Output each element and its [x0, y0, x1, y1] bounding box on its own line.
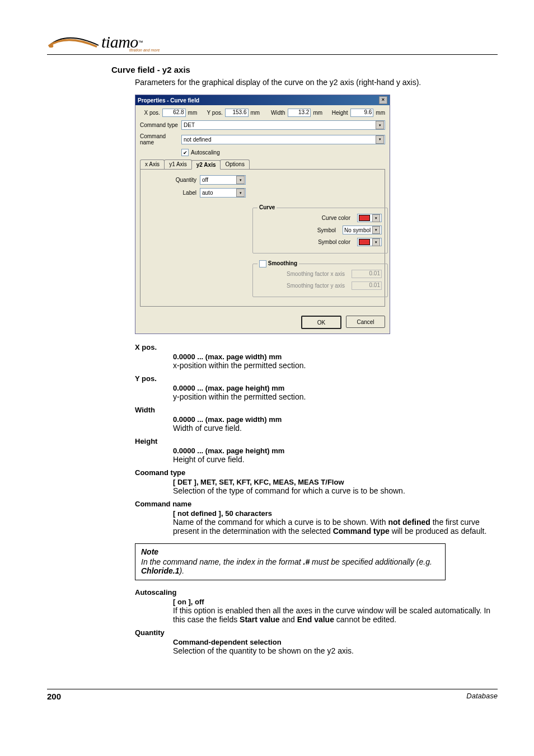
autoscaling-checkbox[interactable]: ✔	[181, 149, 189, 156]
tabs: x Axis y1 Axis y2 Axis Options	[140, 159, 385, 169]
xpos-label: X pos.	[140, 110, 160, 116]
symbol-select[interactable]: No symbol ▾	[343, 226, 382, 234]
page-footer: 200 Database	[47, 689, 498, 701]
height-range: 0.0000 ... (max. page height) mm	[173, 447, 498, 455]
height-label: Height	[325, 110, 348, 116]
cmdtype-range: [ DET ], MET, SET, KFT, KFC, MEAS, MEAS …	[173, 478, 498, 486]
ypos-unit: mm	[251, 110, 260, 116]
cmdname-range: [ not defined ], 50 characters	[173, 509, 498, 518]
symbol-label: Symbol	[259, 227, 338, 233]
tab-y2-axis[interactable]: y2 Axis	[191, 160, 221, 170]
definitions-2: Autoscaling [ on ], off If this option i…	[135, 588, 498, 655]
cmdname-desc: Name of the command for which a curve is…	[173, 518, 498, 536]
label-value: auto	[202, 190, 213, 196]
swoosh-icon	[47, 31, 100, 53]
tab-x-axis[interactable]: x Axis	[140, 159, 165, 169]
width-input[interactable]: 13.2	[288, 109, 311, 117]
ok-button[interactable]: OK	[301, 316, 341, 329]
quantity-label: Quantity	[146, 177, 196, 183]
chevron-down-icon: ▾	[372, 238, 380, 246]
quantity-select[interactable]: off ▾	[200, 175, 246, 185]
logo-tm: ™	[138, 40, 143, 45]
cmdtype-desc: Selection of the type of command for whi…	[173, 486, 498, 495]
ypos-label: Y pos.	[199, 110, 222, 116]
width-desc: Width of curve field.	[173, 424, 498, 433]
dialog-titlebar: Properties - Curve field ×	[135, 95, 390, 105]
xpos-input[interactable]: 62.8	[162, 109, 186, 117]
note-box: Note In the command name, the index in t…	[135, 543, 446, 580]
logo-subtitle: titration and more	[129, 48, 160, 52]
symbol-color-label: Symbol color	[259, 239, 353, 245]
tab-y1-axis[interactable]: y1 Axis	[164, 159, 192, 169]
autoscaling-desc: If this option is enabled then all the a…	[173, 606, 498, 624]
smoothing-legend: Smoothing	[257, 260, 299, 267]
cmdname-label: Command name	[140, 133, 179, 145]
smooth-x-label: Smoothing factor x axis	[259, 271, 347, 277]
symbol-value: No symbol	[344, 227, 371, 233]
smooth-y-label: Smoothing factor y axis	[259, 283, 347, 289]
smoothing-checkbox[interactable]	[259, 260, 266, 267]
chevron-down-icon: ▾	[376, 121, 384, 129]
section-para: Parameters for the graphical display of …	[135, 78, 498, 87]
xpos-range: 0.0000 ... (max. page width) mm	[173, 353, 498, 361]
curve-color-select[interactable]: ▾	[357, 214, 382, 222]
height-desc: Height of curve field.	[173, 455, 498, 464]
curve-group: Curve Curve color ▾ Symbol No symbol ▾	[252, 208, 388, 253]
footer-section: Database	[466, 692, 498, 701]
cmdtype-select[interactable]: DET ▾	[181, 120, 385, 130]
symbol-color-select[interactable]: ▾	[357, 238, 382, 246]
label-select[interactable]: auto ▾	[200, 188, 246, 198]
smooth-y-input: 0.01	[352, 281, 382, 290]
chevron-down-icon: ▾	[372, 226, 380, 234]
dialog-title: Properties - Curve field	[138, 97, 199, 104]
curve-legend: Curve	[257, 204, 277, 210]
quantity-term: Quantity	[135, 628, 498, 637]
xpos-term: X pos.	[135, 343, 498, 351]
xpos-unit: mm	[188, 110, 198, 116]
xpos-desc: x-position within the permitted section.	[173, 361, 498, 370]
width-unit: mm	[313, 110, 322, 116]
cmdname-value: not defined	[184, 137, 212, 143]
autoscaling-term: Autoscaling	[135, 588, 498, 597]
cancel-button[interactable]: Cancel	[346, 316, 385, 328]
cmdtype-term: Coomand type	[135, 468, 498, 477]
definitions: X pos. 0.0000 ... (max. page width) mm x…	[135, 343, 498, 536]
ypos-input[interactable]: 153.6	[225, 109, 249, 117]
cmdtype-label: Command type	[140, 122, 179, 128]
logo: tiamo™ titration and more	[47, 31, 160, 53]
height-term: Height	[135, 437, 498, 445]
smoothing-group: Smoothing Smoothing factor x axis 0.01 S…	[252, 264, 388, 297]
width-range: 0.0000 ... (max. page width) mm	[173, 415, 498, 424]
ypos-desc: y-position within the permitted section.	[173, 392, 498, 401]
note-title: Note	[141, 547, 439, 556]
curve-color-label: Curve color	[259, 215, 353, 221]
page-number: 200	[47, 692, 61, 701]
close-icon[interactable]: ×	[379, 96, 387, 104]
tab-options[interactable]: Options	[220, 159, 249, 169]
height-input[interactable]: 9.6	[350, 109, 374, 117]
width-label: Width	[262, 110, 285, 116]
smoothing-label: Smoothing	[268, 260, 297, 266]
label-label: Label	[146, 190, 196, 196]
tab-panel: Quantity off ▾ Label auto ▾ Curve Curve …	[140, 169, 385, 307]
ypos-term: Y pos.	[135, 374, 498, 383]
properties-dialog: Properties - Curve field × X pos. 62.8 m…	[135, 95, 390, 334]
ypos-range: 0.0000 ... (max. page height) mm	[173, 384, 498, 392]
note-body: In the command name, the index in the fo…	[141, 557, 439, 575]
cmdtype-value: DET	[184, 122, 195, 128]
section-title: Curve field - y2 axis	[111, 65, 498, 74]
autoscaling-label: Autoscaling	[191, 149, 220, 156]
autoscaling-range: [ on ], off	[173, 598, 498, 606]
symbol-color-swatch	[359, 239, 370, 245]
cmdname-select[interactable]: not defined ▾	[181, 135, 385, 144]
chevron-down-icon: ▾	[236, 189, 245, 197]
smooth-x-input: 0.01	[352, 270, 382, 278]
width-term: Width	[135, 406, 498, 414]
svg-point-0	[49, 44, 53, 48]
quantity-range: Command-dependent selection	[173, 638, 498, 646]
chevron-down-icon: ▾	[376, 135, 384, 144]
chevron-down-icon: ▾	[372, 214, 380, 222]
quantity-desc: Selection of the quantity to be shown on…	[173, 646, 498, 655]
chevron-down-icon: ▾	[236, 176, 245, 184]
quantity-value: off	[202, 177, 208, 183]
